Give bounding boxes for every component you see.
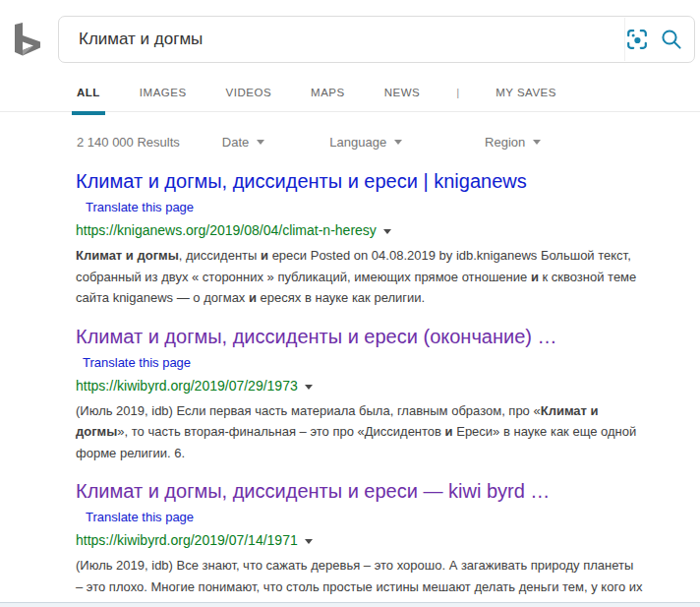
results-count: 2 140 000 Results (77, 135, 180, 150)
tab-my-saves[interactable]: MY SAVES (491, 87, 561, 98)
language-filter-dropdown[interactable]: Language (329, 135, 402, 150)
tab-maps[interactable]: MAPS (306, 87, 350, 98)
result-title-row: Климат и догмы, диссиденты и ереси (окон… (76, 325, 644, 375)
result-url-row: https://kniganews.org/2019/08/04/climat-… (76, 222, 644, 239)
next-section-edge (0, 602, 700, 607)
url-menu-caret-icon[interactable] (305, 385, 313, 390)
result-url-row: https://kiwibyrd.org/2019/07/14/1971 (76, 532, 644, 549)
tab-all[interactable]: ALL (72, 87, 105, 98)
result-snippet: Климат и догмы, диссиденты и ереси Poste… (76, 245, 644, 309)
tabs-bar: ALL IMAGES VIDEOS MAPS NEWS | MY SAVES (0, 87, 700, 112)
bing-logo-icon[interactable] (14, 23, 41, 60)
result-url: https://kiwibyrd.org/2019/07/29/1973 (76, 378, 298, 395)
search-box (58, 16, 695, 63)
search-result: Климат и догмы, диссиденты и ереси (окон… (76, 325, 644, 464)
url-menu-caret-icon[interactable] (383, 229, 391, 234)
tabs: ALL IMAGES VIDEOS MAPS NEWS | MY SAVES (72, 87, 700, 111)
region-filter-label: Region (485, 135, 525, 150)
result-url: https://kniganews.org/2019/08/04/climat-… (76, 222, 377, 239)
bing-logo-glyph (14, 23, 41, 56)
visual-search-camera-icon[interactable] (625, 28, 649, 51)
result-title-link[interactable]: Климат и догмы, диссиденты и ереси | kni… (76, 170, 527, 192)
tab-news[interactable]: NEWS (379, 87, 426, 98)
search-input[interactable] (59, 18, 624, 61)
result-url: https://kiwibyrd.org/2019/07/14/1971 (76, 532, 298, 549)
search-result: Климат и догмы, диссиденты и ереси — kiw… (76, 479, 644, 607)
result-url-row: https://kiwibyrd.org/2019/07/29/1973 (76, 378, 644, 395)
bing-search-results-page: ALL IMAGES VIDEOS MAPS NEWS | MY SAVES 2… (0, 0, 700, 607)
filter-row: 2 140 000 Results Date Language Region (77, 135, 700, 150)
results-list: Климат и догмы, диссиденты и ереси | kni… (76, 169, 700, 607)
result-title-link[interactable]: Климат и догмы, диссиденты и ереси (окон… (76, 326, 557, 347)
search-magnifier-icon[interactable] (660, 28, 683, 51)
tab-divider: | (454, 87, 461, 98)
result-title-link[interactable]: Климат и догмы, диссиденты и ереси — kiw… (76, 480, 550, 502)
result-snippet: (Июль 2019, idb) Все знают, что сажать д… (76, 555, 644, 607)
date-filter-label: Date (222, 135, 249, 150)
chevron-down-icon (394, 140, 402, 145)
translate-link[interactable]: Translate this page (86, 200, 194, 214)
translate-link[interactable]: Translate this page (83, 351, 644, 375)
result-snippet: (Июль 2019, idb) Если первая часть матер… (76, 400, 644, 464)
region-filter-dropdown[interactable]: Region (485, 135, 541, 150)
search-result: Климат и догмы, диссиденты и ереси | kni… (76, 169, 644, 309)
date-filter-dropdown[interactable]: Date (222, 135, 264, 150)
tab-images[interactable]: IMAGES (135, 87, 192, 98)
search-header (0, 0, 700, 63)
chevron-down-icon (257, 140, 264, 145)
tab-videos[interactable]: VIDEOS (221, 87, 276, 98)
result-title-row: Климат и догмы, диссиденты и ереси | kni… (76, 169, 644, 219)
url-menu-caret-icon[interactable] (305, 539, 313, 544)
language-filter-label: Language (329, 135, 386, 150)
translate-link[interactable]: Translate this page (86, 510, 194, 524)
chevron-down-icon (533, 140, 541, 145)
result-title-row: Климат и догмы, диссиденты и ереси — kiw… (76, 479, 644, 529)
